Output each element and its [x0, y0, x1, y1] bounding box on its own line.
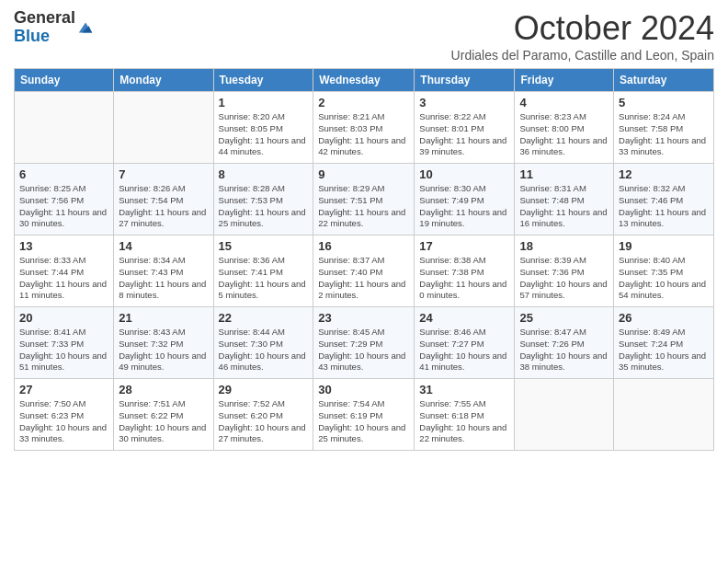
title-block: October 2024 Urdiales del Paramo, Castil…	[451, 9, 714, 63]
location: Urdiales del Paramo, Castille and Leon, …	[451, 48, 714, 63]
calendar-week-1: 1Sunrise: 8:20 AM Sunset: 8:05 PM Daylig…	[15, 92, 714, 164]
calendar-cell	[114, 92, 213, 164]
day-number: 26	[619, 311, 709, 325]
day-info: Sunrise: 7:50 AM Sunset: 6:23 PM Dayligh…	[19, 398, 108, 445]
day-number: 27	[19, 383, 108, 396]
day-info: Sunrise: 8:43 AM Sunset: 7:32 PM Dayligh…	[119, 327, 208, 373]
day-number: 1	[219, 96, 309, 109]
day-number: 17	[419, 239, 509, 253]
day-number: 5	[619, 96, 709, 109]
col-monday: Monday	[114, 69, 213, 92]
day-info: Sunrise: 8:33 AM Sunset: 7:44 PM Dayligh…	[19, 255, 108, 302]
calendar-cell: 23Sunrise: 8:45 AM Sunset: 7:29 PM Dayli…	[313, 307, 415, 379]
calendar-cell: 13Sunrise: 8:33 AM Sunset: 7:44 PM Dayli…	[15, 236, 114, 307]
calendar-cell	[614, 379, 714, 451]
calendar-cell: 7Sunrise: 8:26 AM Sunset: 7:54 PM Daylig…	[114, 164, 213, 236]
header: General Blue October 2024 Urdiales del P…	[14, 9, 714, 63]
calendar-cell: 17Sunrise: 8:38 AM Sunset: 7:38 PM Dayli…	[415, 236, 515, 307]
calendar-cell: 21Sunrise: 8:43 AM Sunset: 7:32 PM Dayli…	[114, 307, 213, 379]
day-info: Sunrise: 8:41 AM Sunset: 7:33 PM Dayligh…	[19, 327, 108, 373]
calendar-cell	[515, 379, 614, 451]
day-info: Sunrise: 8:39 AM Sunset: 7:36 PM Dayligh…	[519, 255, 609, 302]
day-number: 23	[318, 311, 409, 325]
calendar-cell: 1Sunrise: 8:20 AM Sunset: 8:05 PM Daylig…	[213, 92, 313, 164]
day-info: Sunrise: 8:21 AM Sunset: 8:03 PM Dayligh…	[318, 111, 409, 158]
calendar-cell	[15, 92, 114, 164]
calendar-header-row: Sunday Monday Tuesday Wednesday Thursday…	[15, 69, 714, 92]
col-friday: Friday	[515, 69, 614, 92]
day-info: Sunrise: 8:40 AM Sunset: 7:35 PM Dayligh…	[619, 255, 709, 302]
day-info: Sunrise: 8:31 AM Sunset: 7:48 PM Dayligh…	[519, 183, 609, 230]
day-info: Sunrise: 8:45 AM Sunset: 7:29 PM Dayligh…	[318, 327, 409, 373]
calendar-cell: 6Sunrise: 8:25 AM Sunset: 7:56 PM Daylig…	[15, 164, 114, 236]
day-info: Sunrise: 7:51 AM Sunset: 6:22 PM Dayligh…	[119, 398, 208, 445]
day-info: Sunrise: 7:54 AM Sunset: 6:19 PM Dayligh…	[318, 398, 409, 445]
day-info: Sunrise: 8:28 AM Sunset: 7:53 PM Dayligh…	[219, 183, 309, 230]
day-info: Sunrise: 8:22 AM Sunset: 8:01 PM Dayligh…	[419, 111, 509, 158]
calendar-cell: 5Sunrise: 8:24 AM Sunset: 7:58 PM Daylig…	[614, 92, 714, 164]
calendar-week-4: 20Sunrise: 8:41 AM Sunset: 7:33 PM Dayli…	[15, 307, 714, 379]
day-number: 19	[619, 239, 709, 253]
calendar-cell: 3Sunrise: 8:22 AM Sunset: 8:01 PM Daylig…	[415, 92, 515, 164]
calendar-cell: 25Sunrise: 8:47 AM Sunset: 7:26 PM Dayli…	[515, 307, 614, 379]
day-number: 24	[419, 311, 509, 325]
calendar-cell: 18Sunrise: 8:39 AM Sunset: 7:36 PM Dayli…	[515, 236, 614, 307]
day-info: Sunrise: 8:20 AM Sunset: 8:05 PM Dayligh…	[219, 111, 309, 158]
calendar-cell: 30Sunrise: 7:54 AM Sunset: 6:19 PM Dayli…	[313, 379, 415, 451]
day-number: 4	[519, 96, 609, 109]
day-number: 21	[119, 311, 208, 325]
day-number: 20	[19, 311, 108, 325]
col-wednesday: Wednesday	[313, 69, 415, 92]
col-thursday: Thursday	[415, 69, 515, 92]
logo-blue: Blue	[14, 27, 50, 45]
calendar-week-3: 13Sunrise: 8:33 AM Sunset: 7:44 PM Dayli…	[15, 236, 714, 307]
day-number: 8	[219, 167, 309, 181]
calendar-cell: 27Sunrise: 7:50 AM Sunset: 6:23 PM Dayli…	[15, 379, 114, 451]
day-info: Sunrise: 8:32 AM Sunset: 7:46 PM Dayligh…	[619, 183, 709, 230]
calendar-cell: 2Sunrise: 8:21 AM Sunset: 8:03 PM Daylig…	[313, 92, 415, 164]
calendar-cell: 10Sunrise: 8:30 AM Sunset: 7:49 PM Dayli…	[415, 164, 515, 236]
day-info: Sunrise: 8:38 AM Sunset: 7:38 PM Dayligh…	[419, 255, 509, 302]
day-number: 31	[419, 383, 509, 396]
day-number: 16	[318, 239, 409, 253]
calendar-cell: 11Sunrise: 8:31 AM Sunset: 7:48 PM Dayli…	[515, 164, 614, 236]
day-number: 28	[119, 383, 208, 396]
day-info: Sunrise: 8:34 AM Sunset: 7:43 PM Dayligh…	[119, 255, 208, 302]
day-info: Sunrise: 8:23 AM Sunset: 8:00 PM Dayligh…	[519, 111, 609, 158]
day-info: Sunrise: 8:29 AM Sunset: 7:51 PM Dayligh…	[318, 183, 409, 230]
day-number: 10	[419, 167, 509, 181]
calendar-cell: 31Sunrise: 7:55 AM Sunset: 6:18 PM Dayli…	[415, 379, 515, 451]
logo-general: General	[14, 8, 75, 27]
day-number: 18	[519, 239, 609, 253]
day-info: Sunrise: 8:47 AM Sunset: 7:26 PM Dayligh…	[519, 327, 609, 373]
calendar: Sunday Monday Tuesday Wednesday Thursday…	[14, 68, 714, 451]
col-tuesday: Tuesday	[213, 69, 313, 92]
day-number: 6	[19, 167, 108, 181]
calendar-cell: 22Sunrise: 8:44 AM Sunset: 7:30 PM Dayli…	[213, 307, 313, 379]
day-info: Sunrise: 8:44 AM Sunset: 7:30 PM Dayligh…	[219, 327, 309, 373]
calendar-week-5: 27Sunrise: 7:50 AM Sunset: 6:23 PM Dayli…	[15, 379, 714, 451]
day-info: Sunrise: 8:46 AM Sunset: 7:27 PM Dayligh…	[419, 327, 509, 373]
calendar-cell: 29Sunrise: 7:52 AM Sunset: 6:20 PM Dayli…	[213, 379, 313, 451]
calendar-cell: 8Sunrise: 8:28 AM Sunset: 7:53 PM Daylig…	[213, 164, 313, 236]
day-number: 2	[318, 96, 409, 109]
calendar-cell: 24Sunrise: 8:46 AM Sunset: 7:27 PM Dayli…	[415, 307, 515, 379]
calendar-cell: 14Sunrise: 8:34 AM Sunset: 7:43 PM Dayli…	[114, 236, 213, 307]
calendar-cell: 28Sunrise: 7:51 AM Sunset: 6:22 PM Dayli…	[114, 379, 213, 451]
calendar-cell: 16Sunrise: 8:37 AM Sunset: 7:40 PM Dayli…	[313, 236, 415, 307]
col-saturday: Saturday	[614, 69, 714, 92]
day-number: 22	[219, 311, 309, 325]
logo-text: General Blue	[14, 9, 75, 46]
day-number: 13	[19, 239, 108, 253]
calendar-cell: 20Sunrise: 8:41 AM Sunset: 7:33 PM Dayli…	[15, 307, 114, 379]
calendar-cell: 19Sunrise: 8:40 AM Sunset: 7:35 PM Dayli…	[614, 236, 714, 307]
day-info: Sunrise: 8:25 AM Sunset: 7:56 PM Dayligh…	[19, 183, 108, 230]
day-number: 3	[419, 96, 509, 109]
day-number: 7	[119, 167, 208, 181]
logo: General Blue	[14, 9, 94, 46]
page: General Blue October 2024 Urdiales del P…	[0, 0, 728, 563]
col-sunday: Sunday	[15, 69, 114, 92]
day-number: 11	[519, 167, 609, 181]
day-info: Sunrise: 8:26 AM Sunset: 7:54 PM Dayligh…	[119, 183, 208, 230]
calendar-cell: 9Sunrise: 8:29 AM Sunset: 7:51 PM Daylig…	[313, 164, 415, 236]
